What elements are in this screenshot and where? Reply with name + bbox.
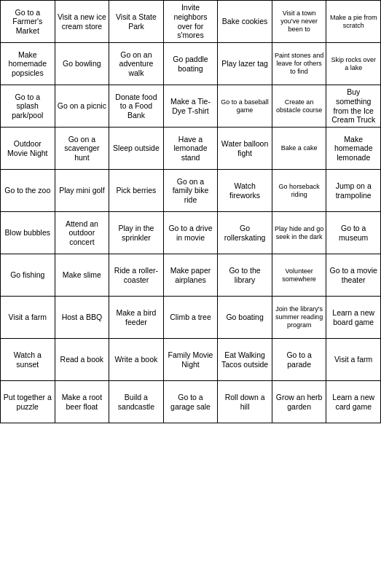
cell-54: Join the library's summer reading progra… [272,297,327,339]
cell-36: Attend an outdoor concert [55,212,110,254]
cell-24: Have a lemonade stand [164,128,219,170]
cell-22: Go on a scavenger hunt [55,128,110,170]
cell-27: Make homemade lemonade [326,128,381,170]
cell-13: Skip rocks over a lake [326,43,381,85]
cell-69: Learn a new card game [326,381,381,423]
cell-65: Build a sandcastle [109,381,164,423]
cell-56: Watch a sunset [1,339,55,381]
cell-2: Visit a State Park [109,1,164,43]
cell-0: Go to a Farmer's Market [1,1,55,43]
cell-1: Visit a new ice cream store [55,1,110,43]
cell-50: Host a BBQ [55,297,110,339]
cell-34: Jump on a trampoline [326,170,381,212]
cell-58: Write a book [109,339,164,381]
cell-5: Visit a town you've never been to [272,1,327,43]
cell-16: Donate food to a Food Bank [109,85,164,128]
cell-39: Go rollerskating [218,212,272,254]
cell-30: Pick berries [109,170,164,212]
cell-15: Go on a picnic [55,85,110,128]
cell-60: Eat Walking Tacos outside [218,339,272,381]
cell-17: Make a Tie-Dye T-shirt [164,85,219,128]
cell-37: Play in the sprinkler [109,212,164,254]
cell-46: Go to the library [218,254,272,297]
cell-20: Buy something from the Ice Cream Truck [326,85,381,128]
bingo-grid: Go to a Farmer's MarketVisit a new ice c… [0,0,381,423]
cell-57: Read a book [55,339,110,381]
cell-9: Go on an adventure walk [109,43,164,85]
cell-3: Invite neighbors over for s'mores [164,1,219,43]
cell-32: Watch fireworks [218,170,272,212]
cell-10: Go paddle boating [164,43,219,85]
cell-44: Ride a roller-coaster [109,254,164,297]
cell-33: Go horseback riding [272,170,327,212]
cell-63: Put together a puzzle [1,381,55,423]
cell-14: Go to a splash park/pool [1,85,55,128]
cell-45: Make paper airplanes [164,254,219,297]
cell-8: Go bowling [55,43,110,85]
cell-4: Bake cookies [218,1,272,43]
cell-42: Go fishing [1,254,55,297]
cell-19: Create an obstacle course [272,85,327,128]
cell-49: Visit a farm [1,297,55,339]
cell-59: Family Movie Night [164,339,219,381]
cell-28: Go to the zoo [1,170,55,212]
cell-41: Go to a museum [326,212,381,254]
cell-68: Grow an herb garden [272,381,327,423]
cell-31: Go on a family bike ride [164,170,219,212]
cell-18: Go to a baseball game [218,85,272,128]
cell-26: Bake a cake [272,128,327,170]
cell-23: Sleep outside [109,128,164,170]
cell-66: Go to a garage sale [164,381,219,423]
cell-35: Blow bubbles [1,212,55,254]
cell-48: Go to a movie theater [326,254,381,297]
cell-12: Paint stones and leave for others to fin… [272,43,327,85]
cell-38: Go to a drive in movie [164,212,219,254]
cell-51: Make a bird feeder [109,297,164,339]
cell-25: Water balloon fight [218,128,272,170]
cell-40: Play hide and go seek in the dark [272,212,327,254]
cell-53: Go boating [218,297,272,339]
cell-62: Visit a farm [326,339,381,381]
cell-64: Make a root beer float [55,381,110,423]
cell-55: Learn a new board game [326,297,381,339]
cell-7: Make homemade popsicles [1,43,55,85]
cell-67: Roll down a hill [218,381,272,423]
cell-11: Play lazer tag [218,43,272,85]
cell-21: Outdoor Movie Night [1,128,55,170]
cell-29: Play mini golf [55,170,110,212]
cell-61: Go to a parade [272,339,327,381]
cell-52: Climb a tree [164,297,219,339]
cell-43: Make slime [55,254,110,297]
cell-47: Volunteer somewhere [272,254,327,297]
cell-6: Make a pie from scratch [326,1,381,43]
